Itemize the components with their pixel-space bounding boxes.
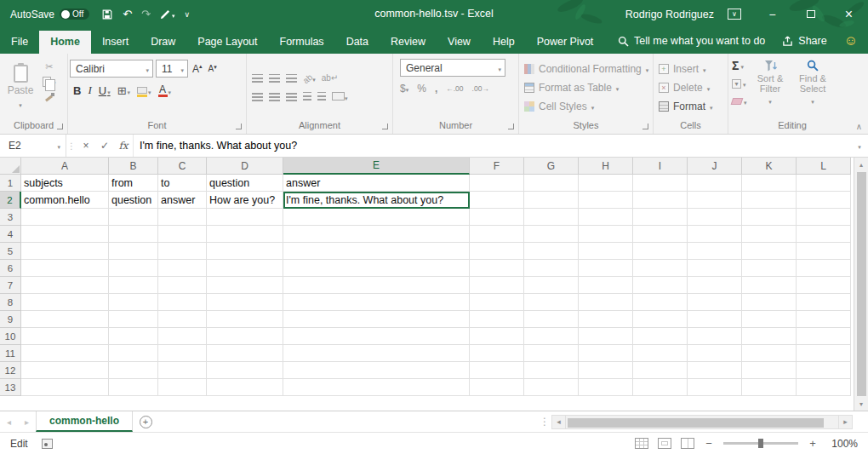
cell-L6[interactable] [797,260,851,277]
cell-J8[interactable] [688,294,742,311]
cell-J7[interactable] [688,277,742,294]
row-header-12[interactable]: 12 [0,362,21,379]
cell-G13[interactable] [524,379,579,396]
save-button[interactable] [101,9,113,20]
row-header-7[interactable]: 7 [0,277,21,294]
cell-F6[interactable] [470,260,524,277]
row-header-10[interactable]: 10 [0,328,21,345]
styles-dialog-launcher[interactable] [642,124,648,129]
column-header-D[interactable]: D [207,158,283,175]
cell-F9[interactable] [470,311,524,328]
tab-insert[interactable]: Insert [91,31,140,54]
user-name[interactable]: Rodrigo Rodriguez [625,9,714,20]
cell-E7[interactable] [283,277,470,294]
row-header-2[interactable]: 2 [0,192,21,209]
cell-B11[interactable] [109,345,158,362]
cell-E8[interactable] [283,294,470,311]
cell-J1[interactable] [688,175,742,192]
cell-L2[interactable] [797,192,851,209]
cell-K6[interactable] [742,260,797,277]
name-box[interactable]: E2 [0,135,66,157]
cell-G6[interactable] [524,260,579,277]
cell-I13[interactable] [633,379,688,396]
number-format-combo[interactable]: General [400,59,505,77]
zoom-out-button[interactable]: − [704,437,714,450]
zoom-in-button[interactable]: + [808,437,818,450]
cell-C7[interactable] [158,277,207,294]
cell-A7[interactable] [21,277,109,294]
cell-K10[interactable] [742,328,797,345]
cell-F1[interactable] [470,175,524,192]
decrease-font-size-button[interactable]: A▾ [207,64,219,73]
cell-K1[interactable] [742,175,797,192]
zoom-slider-thumb[interactable] [758,439,763,448]
cell-B4[interactable] [109,226,158,243]
cell-D4[interactable] [207,226,283,243]
row-header-5[interactable]: 5 [0,243,21,260]
cell-J12[interactable] [688,362,742,379]
cell-D10[interactable] [207,328,283,345]
tab-scrollbar-splitter[interactable]: ⋮ [538,411,551,432]
cell-H5[interactable] [579,243,633,260]
cell-E10[interactable] [283,328,470,345]
cell-L8[interactable] [797,294,851,311]
cell-F7[interactable] [470,277,524,294]
row-header-13[interactable]: 13 [0,379,21,396]
cell-D2[interactable]: How are you? [207,192,283,209]
cut-button[interactable]: ✂ [45,60,53,72]
cell-F10[interactable] [470,328,524,345]
accounting-format-button[interactable]: $ [400,83,408,95]
cell-G11[interactable] [524,345,579,362]
cell-G5[interactable] [524,243,579,260]
horizontal-scroll-track[interactable] [566,415,838,429]
increase-decimal-button[interactable]: ←.00 [446,84,463,93]
tab-view[interactable]: View [437,31,482,54]
borders-button[interactable]: ⊞ [117,84,130,97]
column-header-C[interactable]: C [158,158,207,175]
cell-E12[interactable] [283,362,470,379]
column-header-G[interactable]: G [524,158,579,175]
cell-F4[interactable] [470,226,524,243]
horizontal-scroll-thumb[interactable] [568,418,824,428]
cell-G10[interactable] [524,328,579,345]
cell-A12[interactable] [21,362,109,379]
cell-L13[interactable] [797,379,851,396]
cell-B13[interactable] [109,379,158,396]
cell-H8[interactable] [579,294,633,311]
cell-J6[interactable] [688,260,742,277]
next-sheet-button[interactable]: ▸ [18,411,36,432]
autosave-toggle[interactable]: AutoSave Off [0,9,98,20]
column-header-K[interactable]: K [742,158,797,175]
format-painter-button[interactable] [44,91,54,103]
page-layout-view-icon[interactable] [658,438,671,449]
cell-G9[interactable] [524,311,579,328]
cell-G2[interactable] [524,192,579,209]
bold-button[interactable]: B [73,84,81,97]
cell-I10[interactable] [633,328,688,345]
cell-F2[interactable] [470,192,524,209]
cell-L12[interactable] [797,362,851,379]
cell-I7[interactable] [633,277,688,294]
cell-F8[interactable] [470,294,524,311]
cell-D9[interactable] [207,311,283,328]
cell-H6[interactable] [579,260,633,277]
pen-tool-button[interactable] [160,8,175,20]
decrease-decimal-button[interactable]: .00→ [472,84,489,93]
cell-C3[interactable] [158,209,207,226]
cell-A13[interactable] [21,379,109,396]
expand-formula-bar-button[interactable] [851,135,868,157]
cell-H11[interactable] [579,345,633,362]
cell-L1[interactable] [797,175,851,192]
cell-H7[interactable] [579,277,633,294]
cell-B3[interactable] [109,209,158,226]
fill-color-button[interactable] [137,84,151,97]
cell-C8[interactable] [158,294,207,311]
cell-G4[interactable] [524,226,579,243]
cell-A3[interactable] [21,209,109,226]
cell-H2[interactable] [579,192,633,209]
clear-button[interactable] [732,95,747,108]
column-header-H[interactable]: H [579,158,633,175]
cell-I2[interactable] [633,192,688,209]
cell-G12[interactable] [524,362,579,379]
comma-style-button[interactable]: , [435,83,437,95]
